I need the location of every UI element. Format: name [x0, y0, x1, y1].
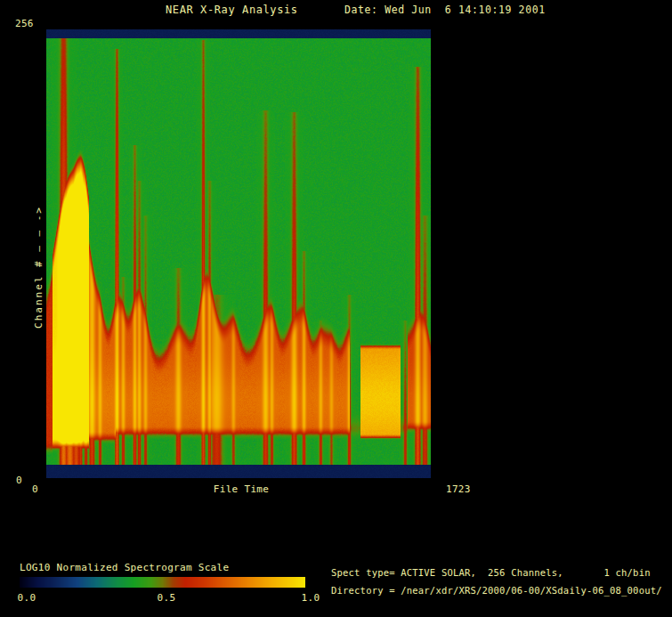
date-label: Date: Wed Jun 6 14:10:19 2001 [344, 4, 546, 15]
y-axis-label: Channel # — — -> [34, 206, 45, 329]
spectrogram-canvas [46, 29, 431, 478]
y-axis-tick-max: 256 [15, 19, 34, 29]
colorbar-tick-mid: 0.5 [158, 593, 176, 604]
xray-analysis-window: NEAR X-Ray Analysis Date: Wed Jun 6 14:1… [0, 0, 672, 617]
colorbar-canvas [20, 577, 305, 588]
x-axis-tick-max: 1723 [446, 484, 471, 495]
colorbar-title: LOG10 Normalized Spectrogram Scale [20, 563, 229, 573]
x-axis-label: File Time [214, 484, 269, 495]
directory-path: Directory = /near/xdr/XRS/2000/06-00/XSd… [331, 585, 662, 596]
page-title: NEAR X-Ray Analysis [166, 4, 298, 15]
x-axis-tick-min: 0 [32, 484, 38, 495]
y-axis-tick-min: 0 [16, 475, 22, 486]
colorbar-tick-max: 1.0 [302, 593, 320, 604]
spect-type-info: Spect type= ACTIVE SOLAR, 256 Channels, … [331, 567, 651, 578]
colorbar-tick-0: 0.0 [18, 593, 36, 604]
